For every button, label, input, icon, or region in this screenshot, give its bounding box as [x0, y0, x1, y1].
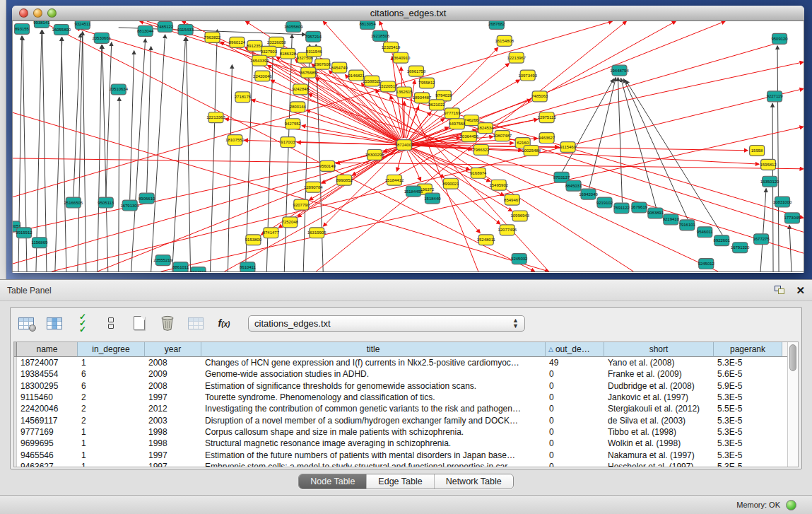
graph-node[interactable]: 9168974 — [470, 168, 487, 178]
graph-node[interactable]: 9621022 — [428, 100, 445, 110]
table-settings-button[interactable] — [16, 313, 36, 333]
graph-node[interactable]: 8186328 — [280, 48, 297, 59]
graph-node[interactable]: 9505113 — [98, 197, 114, 208]
graph-node[interactable]: 8960124 — [229, 37, 246, 47]
graph-node[interactable]: 9777169 — [444, 108, 461, 119]
function-builder-button[interactable]: f(x) — [214, 313, 234, 333]
graph-node[interactable]: 9207790 — [293, 199, 310, 210]
graph-node[interactable]: 9509120 — [771, 33, 788, 44]
graph-node[interactable]: 12213967 — [507, 52, 526, 63]
table-row[interactable]: 1830029562008Estimation of significance … — [14, 380, 787, 392]
graph-node[interactable]: 16791301 — [120, 200, 139, 211]
close-window-button[interactable] — [19, 8, 28, 18]
graph-node[interactable]: 9463627 — [539, 133, 555, 144]
graph-node[interactable]: 8610411 — [240, 262, 257, 271]
graph-node[interactable]: 8813044 — [137, 25, 154, 36]
graph-node[interactable]: 2718176 — [235, 92, 252, 103]
graph-node[interactable]: 9546011 — [697, 227, 714, 238]
graph-node[interactable]: 15248011 — [477, 235, 496, 245]
graph-node[interactable]: 7034510 — [190, 267, 207, 271]
graph-node[interactable]: 13640910 — [392, 52, 411, 63]
select-column-button[interactable] — [45, 313, 64, 333]
graph-node[interactable]: 7957214 — [305, 31, 322, 42]
graph-node[interactable]: 1156869 — [32, 238, 49, 248]
graph-node[interactable]: 7252048 — [282, 217, 299, 228]
graph-node[interactable]: 8922601 — [714, 235, 731, 246]
graph-node[interactable]: 10807487 — [493, 131, 512, 141]
graph-node[interactable]: 1773045 — [784, 213, 801, 223]
graph-node[interactable]: 13350120 — [760, 176, 779, 187]
graph-node[interactable]: 7955812 — [418, 78, 435, 88]
graph-node[interactable]: 16055809 — [284, 21, 303, 32]
close-panel-icon[interactable]: ✕ — [796, 285, 805, 296]
graph-node[interactable]: 1677275 — [753, 234, 770, 245]
graph-node[interactable]: 6497568 — [449, 119, 466, 129]
graph-node[interactable]: 12077496 — [498, 225, 517, 235]
graph-node[interactable]: 9311546 — [306, 46, 323, 57]
graph-node[interactable]: 8845031 — [565, 180, 582, 191]
graph-node[interactable]: 12975115 — [538, 112, 557, 123]
tab-node-table[interactable]: Node Table — [299, 474, 367, 489]
hub-node[interactable]: 18724007 — [395, 140, 414, 151]
graph-node[interactable]: 8990852 — [336, 175, 353, 185]
graph-node[interactable]: 15958 — [750, 146, 765, 156]
graph-node[interactable]: 18300295 — [365, 149, 384, 160]
graph-node[interactable]: 893155 — [14, 23, 29, 34]
minimize-window-button[interactable] — [33, 8, 42, 18]
graph-node[interactable]: 2967608 — [314, 59, 331, 69]
network-window-titlebar[interactable]: citations_edges.txt — [12, 6, 804, 21]
graph-node[interactable]: 8741477 — [263, 228, 280, 238]
graph-node[interactable]: 20510634 — [109, 84, 128, 95]
graph-node[interactable]: 9245032 — [511, 254, 528, 264]
graph-node[interactable]: 10025488 — [522, 146, 541, 156]
table-row[interactable]: 1872400712008Changes of HCN gene express… — [14, 357, 787, 368]
delete-table-button[interactable] — [158, 313, 177, 333]
column-header-year[interactable]: year — [145, 342, 201, 357]
graph-node[interactable]: 15184412 — [385, 175, 404, 185]
graph-node[interactable]: 7691122 — [613, 203, 630, 214]
graph-node[interactable]: 9938141 — [33, 21, 50, 28]
graph-node[interactable]: 9115460 — [560, 142, 577, 153]
graph-node[interactable]: 9153800 — [245, 235, 262, 245]
graph-node[interactable]: 7963822 — [204, 32, 221, 42]
graph-node[interactable]: 8861011 — [172, 262, 189, 271]
graph-node[interactable]: 1518440 — [424, 193, 441, 204]
graph-node[interactable]: 10996943 — [510, 211, 529, 221]
table-row[interactable]: 1938455462009Genome-wide association stu… — [14, 368, 787, 380]
memory-ok-indicator[interactable] — [786, 500, 796, 510]
graph-node[interactable]: 2803144 — [290, 102, 307, 112]
float-panel-icon[interactable] — [775, 286, 786, 296]
graph-node[interactable]: 16543392 — [250, 55, 269, 66]
graph-node[interactable]: 9427552 — [285, 119, 302, 129]
table-row[interactable]: 977716911998Corpus callosum shape and si… — [14, 426, 787, 438]
graph-node[interactable]: 9560149 — [319, 160, 336, 171]
graph-node[interactable]: 9115433 — [177, 24, 194, 35]
graph-node[interactable]: 12325419 — [382, 42, 401, 52]
graph-node[interactable]: 8813054 — [359, 21, 376, 29]
graph-node[interactable]: 3675685 — [300, 67, 317, 78]
graph-node[interactable]: 9324511 — [74, 21, 91, 29]
table-row[interactable]: 946362711997Embryonic stem cells: a mode… — [14, 461, 787, 467]
graph-node[interactable]: 3915912 — [16, 228, 33, 238]
table-row[interactable]: 969969511998Structural magnetic resonanc… — [14, 438, 787, 449]
graph-node[interactable]: 2687682 — [488, 21, 505, 29]
graph-node[interactable]: 9227119 — [767, 91, 784, 102]
table-row[interactable]: 946554611997Estimation of the future num… — [14, 449, 787, 460]
graph-node[interactable]: 12890784 — [304, 182, 323, 192]
graph-node[interactable]: 917003 — [281, 137, 295, 148]
vertical-scrollbar[interactable] — [787, 342, 798, 467]
graph-node[interactable]: 16055800 — [52, 24, 71, 35]
graph-node[interactable]: 8990021 — [442, 178, 459, 189]
graph-node[interactable]: 9219102 — [596, 197, 613, 208]
graph-node[interactable]: 8906610 — [139, 193, 155, 204]
graph-node[interactable]: 19448794 — [610, 65, 629, 76]
graph-node[interactable]: 16319905 — [307, 228, 326, 238]
graph-node[interactable]: 18904487 — [413, 93, 432, 103]
graph-node[interactable]: 1362615 — [396, 87, 413, 98]
graph-node[interactable]: 16961758 — [407, 66, 426, 76]
graph-node[interactable]: 7485063 — [531, 91, 548, 102]
new-table-button[interactable] — [129, 313, 149, 333]
graph-node[interactable]: 18107552 — [225, 135, 245, 146]
column-header-name[interactable]: name — [17, 342, 78, 357]
graph-node[interactable]: 10831000 — [773, 197, 792, 207]
